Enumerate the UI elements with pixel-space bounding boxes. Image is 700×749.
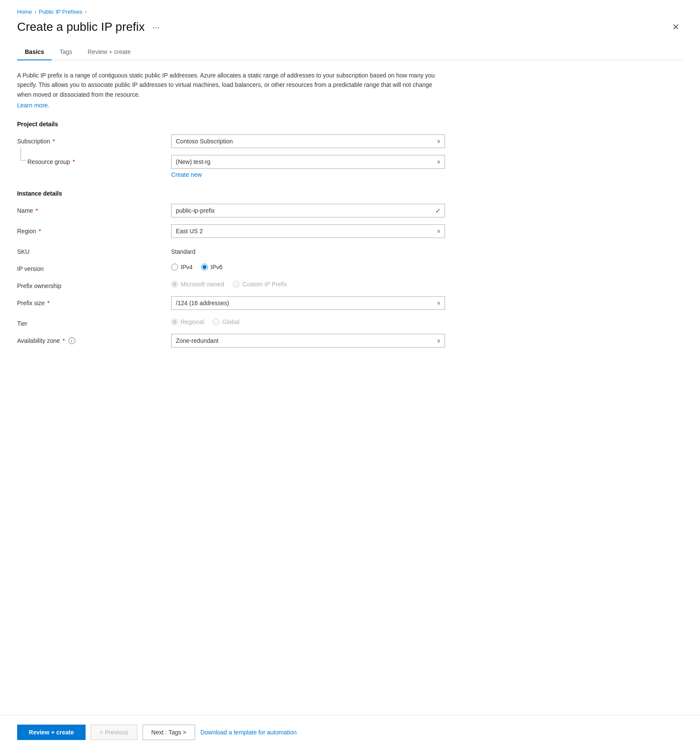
tab-review-create[interactable]: Review + create (80, 44, 139, 60)
tier-global-radio[interactable] (213, 318, 219, 325)
tier-label: Tier (17, 317, 171, 327)
ip-version-row: IP version IPv4 IPv6 (17, 262, 683, 272)
breadcrumb-sep-2: › (85, 9, 86, 15)
name-valid-icon: ✓ (435, 207, 441, 215)
sku-row: SKU Standard (17, 245, 683, 255)
page-header: Create a public IP prefix ··· ✕ (17, 20, 683, 34)
ip-version-ipv4-option[interactable]: IPv4 (171, 264, 193, 270)
breadcrumb: Home › Public IP Prefixes › (17, 9, 683, 15)
prefix-ownership-row: Prefix ownership Microsoft owned Custom … (17, 279, 683, 289)
tab-bar: Basics Tags Review + create (17, 44, 683, 60)
resource-group-select[interactable]: (New) test-rg (171, 155, 445, 169)
ip-version-ipv4-radio[interactable] (171, 264, 178, 270)
region-control: East US 2 ∨ (171, 224, 445, 238)
prefix-size-required: * (47, 300, 50, 306)
region-select[interactable]: East US 2 (171, 224, 445, 238)
prefix-size-select[interactable]: /124 (16 addresses) (171, 296, 445, 310)
name-required: * (36, 207, 38, 214)
tier-global-option[interactable]: Global (213, 318, 239, 325)
review-create-button[interactable]: Review + create (17, 725, 86, 740)
availability-zone-label: Availability zone* i (17, 334, 171, 344)
tier-row: Tier Regional Global (17, 317, 683, 327)
availability-zone-required: * (62, 337, 65, 344)
prefix-size-label: Prefix size* (17, 296, 171, 306)
prefix-ownership-microsoft-radio[interactable] (171, 281, 178, 288)
sku-label: SKU (17, 245, 171, 255)
region-required: * (39, 228, 41, 235)
region-row: Region* East US 2 ∨ (17, 224, 683, 238)
subscription-row: Subscription* Contoso Subscription ∨ (17, 134, 683, 148)
ip-version-label: IP version (17, 262, 171, 272)
subscription-label: Subscription* (17, 134, 171, 145)
breadcrumb-sep-1: › (35, 9, 36, 15)
tier-control: Regional Global (171, 317, 445, 325)
project-details-title: Project details (17, 121, 683, 128)
resource-group-required: * (73, 158, 75, 165)
prefix-ownership-control: Microsoft owned Custom IP Prefix (171, 279, 445, 288)
prefix-ownership-custom-radio[interactable] (233, 281, 240, 288)
prefix-size-row: Prefix size* /124 (16 addresses) ∨ (17, 296, 683, 310)
ip-version-radio-group: IPv4 IPv6 (171, 262, 445, 270)
tab-tags[interactable]: Tags (52, 44, 80, 60)
description-text: A Public IP prefix is a range of contigu… (17, 71, 445, 99)
name-row: Name* ✓ (17, 204, 683, 217)
availability-zone-info-icon[interactable]: i (68, 337, 75, 344)
previous-button[interactable]: < Previous (91, 725, 137, 740)
create-new-link[interactable]: Create new (171, 171, 202, 178)
resource-group-control: (New) test-rg ∨ Create new (171, 155, 445, 178)
sku-value: Standard (171, 245, 445, 255)
page-title: Create a public IP prefix (17, 20, 145, 34)
prefix-ownership-radio-group: Microsoft owned Custom IP Prefix (171, 279, 445, 288)
breadcrumb-home[interactable]: Home (17, 9, 32, 15)
more-options-button[interactable]: ··· (150, 21, 162, 33)
resource-group-row: Resource group* (New) test-rg ∨ Create n… (17, 155, 683, 178)
subscription-select[interactable]: Contoso Subscription (171, 134, 445, 148)
tab-basics[interactable]: Basics (17, 44, 52, 60)
ip-version-ipv6-radio[interactable] (201, 264, 208, 270)
ip-version-ipv6-option[interactable]: IPv6 (201, 264, 222, 270)
ip-version-control: IPv4 IPv6 (171, 262, 445, 270)
availability-zone-row: Availability zone* i Zone-redundant ∨ (17, 334, 683, 348)
breadcrumb-public-ip[interactable]: Public IP Prefixes (39, 9, 83, 15)
subscription-control: Contoso Subscription ∨ (171, 134, 445, 148)
next-button[interactable]: Next : Tags > (142, 725, 196, 740)
name-input[interactable] (171, 204, 445, 217)
footer-bar: Review + create < Previous Next : Tags >… (0, 715, 700, 749)
resource-group-label: Resource group* (17, 155, 171, 165)
prefix-ownership-custom-option[interactable]: Custom IP Prefix (233, 281, 287, 288)
prefix-ownership-microsoft-option[interactable]: Microsoft owned (171, 281, 224, 288)
name-control: ✓ (171, 204, 445, 217)
instance-details-title: Instance details (17, 190, 683, 197)
tier-regional-option[interactable]: Regional (171, 318, 204, 325)
name-label: Name* (17, 204, 171, 214)
learn-more-link[interactable]: Learn more. (17, 102, 49, 109)
subscription-required: * (53, 138, 55, 145)
close-button[interactable]: ✕ (669, 20, 683, 34)
sku-static: Standard (171, 245, 445, 255)
region-label: Region* (17, 224, 171, 235)
prefix-ownership-label: Prefix ownership (17, 279, 171, 289)
tier-regional-radio[interactable] (171, 318, 178, 325)
tier-radio-group: Regional Global (171, 317, 445, 325)
download-template-link[interactable]: Download a template for automation (200, 729, 297, 736)
availability-zone-select[interactable]: Zone-redundant (171, 334, 445, 348)
availability-zone-control: Zone-redundant ∨ (171, 334, 445, 348)
prefix-size-control: /124 (16 addresses) ∨ (171, 296, 445, 310)
